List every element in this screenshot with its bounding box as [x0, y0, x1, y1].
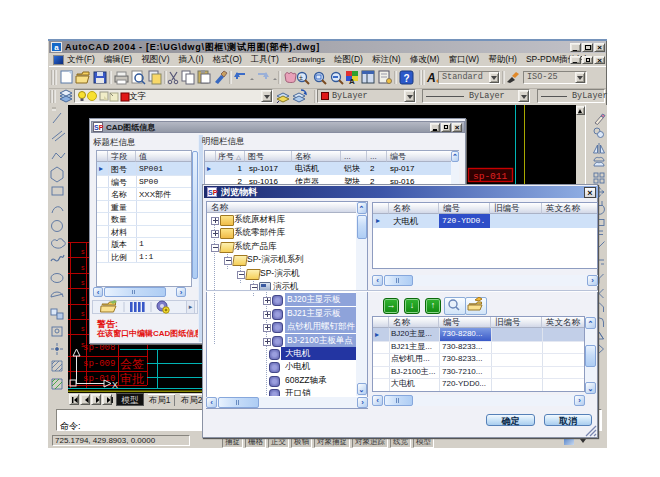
svg-text:?: ?: [404, 73, 410, 84]
svg-text:sp-009: sp-009: [83, 359, 115, 369]
svg-text:X: X: [112, 380, 118, 390]
svg-text:会签: 会签: [120, 357, 144, 371]
svg-text:s: s: [81, 325, 85, 332]
svg-text:s: s: [81, 248, 85, 255]
svg-text:A: A: [349, 77, 355, 86]
svg-text:sp-008: sp-008: [83, 343, 115, 353]
svg-text:s: s: [81, 264, 85, 271]
svg-text:s: s: [81, 295, 85, 302]
svg-text:s: s: [81, 279, 85, 286]
svg-text:A: A: [426, 71, 436, 85]
svg-text:±: ±: [299, 74, 303, 81]
svg-text:sp-011: sp-011: [473, 171, 508, 182]
svg-text:s: s: [81, 310, 85, 317]
svg-text:sp-010: sp-010: [83, 374, 115, 384]
svg-text:审批: 审批: [120, 372, 144, 386]
